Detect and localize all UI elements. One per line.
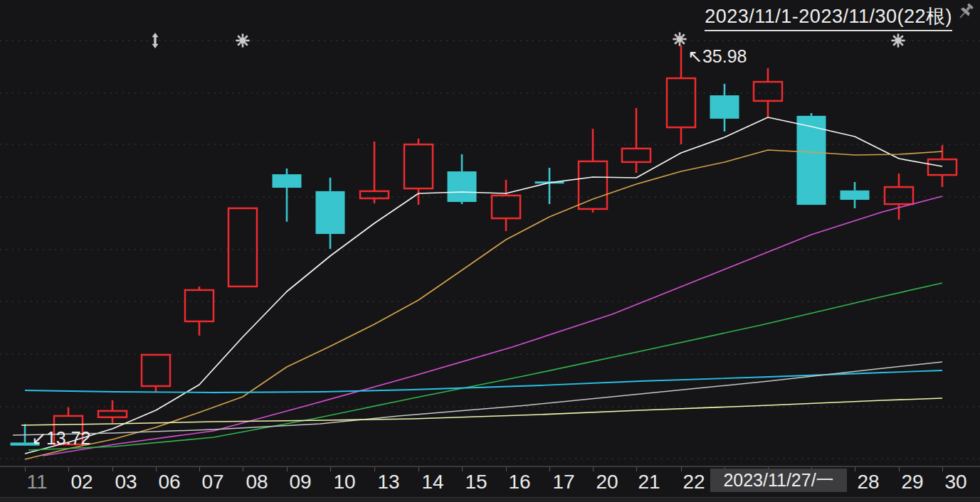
x-axis: 1102030607080910131415161720212228293020… (0, 466, 980, 502)
candle-body-up (622, 149, 650, 162)
candle-11/23[interactable] (710, 84, 739, 132)
candle-11/15[interactable] (448, 154, 477, 204)
x-axis-tick (330, 467, 331, 471)
x-axis-label-30: 30 (944, 471, 966, 493)
candle-11/20[interactable] (579, 129, 607, 213)
date-range-label[interactable]: 2023/11/1-2023/11/30(22根) (705, 4, 952, 31)
x-axis-tick (899, 467, 900, 471)
x-axis-tick (156, 467, 157, 471)
sun-icon[interactable] (891, 33, 905, 47)
candle-body-up (579, 161, 607, 209)
kline-chart-window: ↖35.98↙13.72 2023/11/1-2023/11/30(22根) 1… (0, 0, 980, 502)
x-axis-label-28: 28 (857, 471, 879, 493)
x-axis-tick (462, 467, 463, 471)
candle-11/08[interactable] (228, 208, 257, 287)
x-axis-tick (942, 467, 943, 471)
candlestick-chart-canvas[interactable]: ↖35.98↙13.72 (0, 0, 980, 466)
sun-icon[interactable] (236, 33, 249, 47)
x-axis-bottom-strip (0, 498, 980, 502)
candle-body-up (492, 196, 520, 218)
sun-icon[interactable] (673, 32, 686, 46)
x-axis-tick (593, 467, 594, 471)
candle-11/13[interactable] (360, 141, 389, 203)
candle-body-up (885, 187, 913, 204)
x-axis-tick (681, 467, 682, 471)
candle-body-down (316, 191, 345, 234)
ma-cyan-line (25, 370, 942, 392)
candle-body-up (142, 355, 170, 386)
candle-body-up (228, 208, 257, 287)
x-axis-label-11: 11 (26, 471, 47, 493)
high-price-annotation: ↖35.98 (687, 46, 747, 66)
ma-paleyellow-line (21, 398, 942, 425)
x-axis-label-13: 13 (377, 471, 399, 493)
candle-body-up (98, 411, 127, 417)
x-axis-tick (112, 467, 113, 471)
x-axis-label-17: 17 (552, 471, 574, 493)
x-axis-tick (418, 467, 419, 471)
candle-body-up (667, 78, 695, 127)
candle-body-down (273, 174, 302, 188)
x-axis-label-14: 14 (421, 471, 443, 493)
candle-11/24[interactable] (754, 68, 782, 117)
candle-11/29[interactable] (885, 173, 913, 220)
x-axis-tick (68, 467, 69, 471)
x-axis-line (0, 466, 980, 467)
candle-body-up (185, 290, 214, 321)
candle-11/21[interactable] (622, 108, 650, 173)
candle-11/17[interactable] (535, 168, 564, 204)
candle-11/14[interactable] (404, 139, 433, 205)
x-axis-tick (549, 467, 550, 471)
x-axis-label-10: 10 (333, 471, 355, 493)
candle-body-down (448, 171, 477, 202)
candle-body-up (404, 144, 433, 188)
x-axis-tick (374, 467, 375, 471)
x-axis-label-16: 16 (508, 471, 530, 493)
x-axis-label-09: 09 (289, 471, 311, 493)
candle-11/06[interactable] (142, 355, 170, 392)
x-axis-tick (25, 467, 26, 471)
candle-11/28[interactable] (841, 182, 870, 208)
x-axis-label-07: 07 (201, 471, 223, 493)
x-axis-tick (855, 467, 855, 471)
candle-body-up (754, 82, 782, 101)
candle-11/10[interactable] (316, 178, 345, 249)
selected-date-label: 2023/11/27/一 (710, 469, 847, 492)
candle-11/09[interactable] (273, 169, 302, 222)
x-axis-label-15: 15 (465, 471, 487, 493)
candle-11/03[interactable] (98, 400, 127, 423)
updown-arrow-icon[interactable] (152, 33, 159, 48)
low-price-annotation: ↙13.72 (31, 428, 91, 448)
candle-11/16[interactable] (492, 180, 520, 231)
candle-body-down (841, 191, 870, 200)
candle-body-down (710, 95, 739, 119)
x-axis-tick (636, 467, 637, 471)
x-axis-label-08: 08 (246, 471, 268, 493)
x-axis-label-06: 06 (158, 471, 180, 493)
x-axis-label-03: 03 (115, 471, 137, 493)
x-axis-label-29: 29 (901, 471, 923, 493)
ma-magenta-line (43, 196, 942, 456)
x-axis-tick (287, 467, 288, 471)
x-axis-tick (199, 467, 200, 471)
ma-gray-line (13, 362, 942, 435)
x-axis-label-21: 21 (638, 471, 660, 493)
ma-green-line (28, 283, 942, 450)
x-axis-label-02: 02 (70, 471, 93, 493)
x-axis-label-20: 20 (596, 471, 618, 493)
x-axis-tick (243, 467, 243, 471)
pushpin-icon[interactable] (955, 1, 976, 23)
candle-11/07[interactable] (185, 287, 214, 336)
x-axis-label-22: 22 (683, 471, 705, 493)
x-axis-tick (506, 467, 507, 471)
candle-body-up (928, 159, 957, 175)
